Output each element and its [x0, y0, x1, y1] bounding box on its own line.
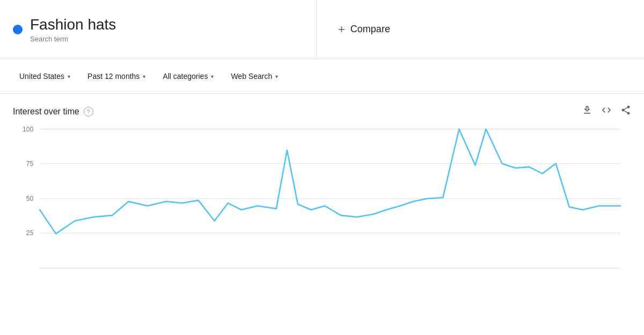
search-type-label: Web Search [231, 72, 272, 81]
time-range-chevron-icon: ▾ [143, 74, 145, 79]
share-icon[interactable] [620, 105, 631, 118]
time-range-label: Past 12 months [87, 72, 140, 81]
filters-bar: United States ▾ Past 12 months ▾ All cat… [0, 59, 644, 94]
compare-section: + Compare [317, 0, 644, 59]
term-dot-indicator [13, 25, 23, 34]
search-term-subtitle: Search term [30, 35, 116, 43]
embed-icon[interactable] [601, 105, 612, 118]
svg-text:Jan 12, 2020: Jan 12, 2020 [561, 273, 596, 274]
chart-section: Interest over time ? [0, 94, 644, 279]
svg-text:50: 50 [26, 195, 34, 202]
header: Fashion hats Search term + Compare [0, 0, 644, 59]
time-range-filter[interactable]: Past 12 months ▾ [81, 68, 152, 85]
interest-over-time-chart: 100 75 50 25 Feb 10, 2019 Jun 2, 2019 Se… [13, 123, 631, 274]
search-type-chevron-icon: ▾ [275, 74, 278, 79]
chart-actions [582, 105, 631, 118]
help-icon-text: ? [87, 108, 90, 115]
search-term-info: Fashion hats Search term [30, 16, 116, 43]
svg-text:Jun 2, 2019: Jun 2, 2019 [204, 273, 235, 274]
help-icon[interactable]: ? [84, 107, 93, 116]
download-icon[interactable] [582, 105, 592, 118]
search-term-title: Fashion hats [30, 16, 116, 34]
svg-text:Sep 22, 2019: Sep 22, 2019 [389, 273, 424, 274]
search-type-filter[interactable]: Web Search ▾ [224, 68, 284, 85]
search-term-section: Fashion hats Search term [0, 0, 317, 59]
svg-text:75: 75 [26, 160, 34, 168]
compare-button[interactable]: + Compare [338, 23, 390, 37]
region-chevron-icon: ▾ [68, 74, 70, 79]
chart-header: Interest over time ? [13, 105, 631, 118]
category-chevron-icon: ▾ [211, 74, 214, 79]
compare-plus-icon: + [338, 23, 345, 37]
category-filter[interactable]: All categories ▾ [156, 68, 220, 85]
region-filter[interactable]: United States ▾ [13, 68, 77, 85]
chart-title: Interest over time [13, 107, 79, 116]
category-label: All categories [163, 72, 208, 81]
svg-text:Feb 10, 2019: Feb 10, 2019 [42, 273, 77, 274]
svg-text:100: 100 [23, 125, 33, 133]
svg-text:25: 25 [26, 229, 34, 237]
chart-title-row: Interest over time ? [13, 107, 93, 116]
chart-container: 100 75 50 25 Feb 10, 2019 Jun 2, 2019 Se… [13, 123, 631, 274]
compare-label: Compare [350, 24, 390, 35]
trend-line [40, 129, 620, 234]
region-label: United States [19, 72, 64, 81]
